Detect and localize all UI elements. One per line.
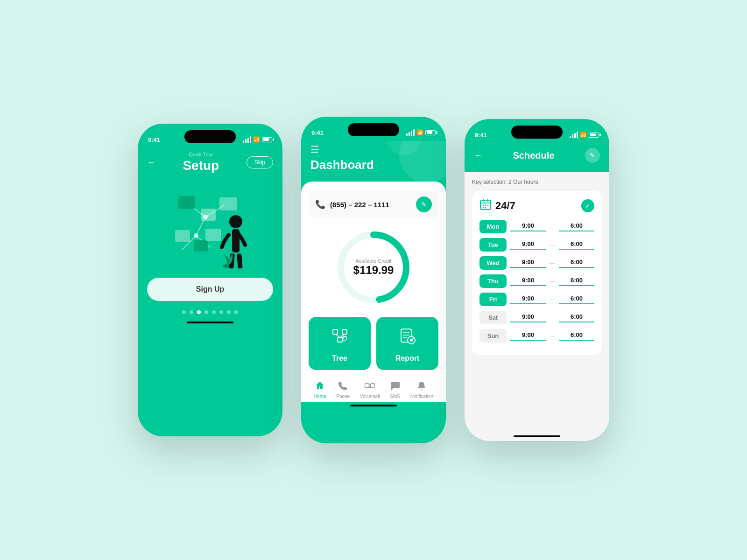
svg-line-23: [335, 334, 340, 337]
end-time-mon[interactable]: 6:00: [559, 222, 594, 231]
setup-title: Setup: [183, 158, 219, 173]
svg-rect-9: [219, 197, 237, 210]
nav-notification[interactable]: Notification: [410, 381, 433, 399]
end-time-thu[interactable]: 6:00: [559, 277, 594, 286]
end-time-fri[interactable]: 6:00: [559, 295, 594, 304]
svg-rect-22: [338, 337, 342, 342]
svg-point-13: [229, 215, 242, 228]
svg-point-41: [483, 205, 484, 206]
schedule-edit-button[interactable]: ✎: [585, 148, 600, 163]
home-indicator-1: [187, 322, 233, 323]
nav-sms[interactable]: SMS: [390, 381, 400, 399]
page-dots: [182, 310, 238, 314]
sms-nav-icon: [390, 381, 400, 392]
day-button-sat[interactable]: Sat: [479, 311, 507, 324]
battery-icon-3: [589, 133, 599, 138]
home-nav-label: Home: [314, 394, 326, 399]
dot-2: [190, 310, 193, 314]
start-time-sat[interactable]: 9:00: [510, 313, 546, 322]
tree-icon: [331, 327, 349, 350]
day-button-wed[interactable]: Wed: [479, 256, 507, 270]
sms-nav-label: SMS: [390, 394, 400, 399]
schedule-title: Schedule: [482, 150, 585, 161]
report-label: Report: [395, 354, 420, 363]
dynamic-island-2: [348, 123, 399, 136]
dot-3: [197, 310, 201, 314]
time-sep-wed: —: [550, 260, 555, 266]
wifi-icon: 📶: [253, 136, 260, 143]
credit-label: Available Credit: [353, 258, 394, 264]
svg-rect-10: [175, 230, 190, 242]
day-button-tue[interactable]: Tue: [479, 238, 507, 252]
credit-amount: $119.99: [353, 264, 394, 277]
svg-point-44: [483, 207, 484, 209]
key-selection-text: Key selection: 2 Our hours: [472, 179, 602, 185]
nav-phone[interactable]: Phone: [336, 381, 350, 399]
dot-5: [212, 310, 216, 314]
start-time-wed[interactable]: 9:00: [510, 259, 546, 268]
setup-header: ← Quick Tour Setup Skip: [147, 148, 273, 175]
dashboard-body: 📞 (855) – 222 – 1111 ✎ Available Credit …: [301, 182, 446, 402]
home-indicator-3: [514, 435, 560, 437]
report-icon: [398, 327, 417, 350]
schedule-247-text: 24/7: [495, 200, 515, 212]
svg-point-43: [487, 205, 489, 206]
nav-voicemail[interactable]: Voicemail: [360, 381, 380, 399]
skip-button[interactable]: Skip: [247, 156, 273, 168]
svg-rect-20: [333, 329, 338, 334]
notification-nav-icon: [417, 381, 426, 392]
end-time-tue[interactable]: 6:00: [559, 240, 594, 250]
start-time-sun[interactable]: 9:00: [510, 331, 546, 341]
dashboard-header: ☰ Dashboard: [301, 141, 446, 182]
home-nav-icon: [315, 381, 324, 392]
time-sep-thu: —: [550, 278, 555, 285]
nav-home[interactable]: Home: [314, 381, 326, 399]
day-button-fri[interactable]: Fri: [479, 293, 507, 306]
day-button-thu[interactable]: Thu: [479, 274, 507, 288]
time-sep-mon: —: [550, 224, 555, 230]
end-time-sun[interactable]: 6:00: [559, 331, 594, 341]
svg-rect-11: [194, 240, 208, 252]
time-sep-sat: —: [550, 315, 555, 321]
start-time-tue[interactable]: 9:00: [510, 240, 546, 250]
end-time-wed[interactable]: 6:00: [559, 259, 594, 268]
signup-button[interactable]: Sign Up: [147, 278, 273, 301]
dot-6: [219, 310, 223, 314]
report-svg: [398, 327, 417, 346]
svg-point-45: [485, 207, 486, 209]
signal-icon-3: [570, 132, 578, 138]
schedule-row-tue: Tue9:00—6:00: [479, 238, 594, 252]
status-icons-1: 📶: [243, 136, 272, 143]
svg-point-42: [485, 205, 486, 206]
schedule-rows: Mon9:00—6:00Tue9:00—6:00Wed9:00—6:00Thu9…: [479, 220, 594, 343]
setup-content: ← Quick Tour Setup Skip: [138, 148, 282, 436]
phone-number: (855) – 222 – 1111: [330, 201, 389, 209]
home-indicator-2: [350, 405, 397, 406]
dot-1: [182, 310, 186, 314]
schedule-header: ← Schedule ✎: [465, 143, 609, 172]
signal-icon: [243, 136, 251, 143]
schedule-247-header: 24/7 ✓: [479, 198, 594, 213]
dot-8: [234, 310, 238, 314]
donut-center: Available Credit $119.99: [353, 258, 394, 277]
day-button-mon[interactable]: Mon: [479, 220, 507, 233]
dynamic-island-3: [511, 126, 563, 139]
schedule-back-button[interactable]: ←: [474, 151, 482, 161]
schedule-247: 24/7: [479, 198, 515, 213]
svg-point-6: [194, 233, 198, 238]
credit-donut: Available Credit $119.99: [309, 225, 438, 309]
start-time-mon[interactable]: 9:00: [510, 222, 546, 231]
end-time-sat[interactable]: 6:00: [559, 313, 594, 322]
schedule-row-thu: Thu9:00—6:00: [479, 274, 594, 288]
phone-nav-icon: [338, 381, 348, 392]
back-button[interactable]: ←: [147, 158, 155, 168]
report-card[interactable]: Report: [376, 317, 438, 370]
day-button-sun[interactable]: Sun: [479, 329, 507, 343]
tree-card[interactable]: Tree: [309, 317, 371, 370]
start-time-thu[interactable]: 9:00: [510, 277, 546, 286]
phone-info-row: 📞 (855) – 222 – 1111 ✎: [309, 191, 438, 218]
check-circle[interactable]: ✓: [581, 199, 594, 212]
start-time-fri[interactable]: 9:00: [510, 295, 546, 304]
edit-button[interactable]: ✎: [416, 196, 432, 212]
schedule-body: Key selection: 2 Our hours: [465, 172, 609, 432]
